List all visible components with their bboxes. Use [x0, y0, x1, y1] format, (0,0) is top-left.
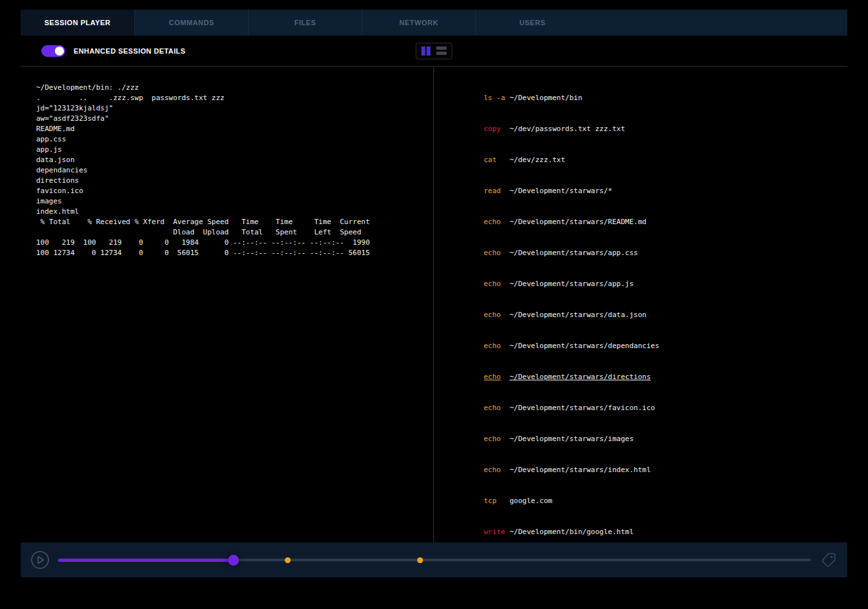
tag-icon — [823, 553, 835, 566]
command-name: echo — [484, 403, 510, 413]
command-name: copy — [484, 124, 510, 134]
tab-label: NETWORK — [399, 19, 438, 26]
command-row[interactable]: echo~/Development/starwars/app.js — [450, 269, 847, 300]
play-button[interactable] — [30, 550, 50, 570]
command-name: echo — [484, 465, 510, 475]
enhanced-details-toggle-group: ENHANCED SESSION DETAILS — [41, 45, 185, 57]
view-mode-switch — [416, 43, 453, 59]
tab-label: SESSION PLAYER — [45, 19, 111, 26]
command-row[interactable]: echo~/Development/starwars/images — [450, 424, 847, 455]
rows-view-icon — [437, 46, 447, 50]
command-row[interactable]: echo~/Development/starwars/data.json — [450, 300, 847, 331]
command-name: echo — [484, 279, 510, 289]
command-name: echo — [484, 341, 510, 351]
tab-label: COMMANDS — [169, 19, 214, 26]
tab-label: FILES — [294, 19, 316, 26]
tag-button[interactable] — [820, 552, 837, 568]
command-name: echo — [484, 248, 510, 258]
tab-users[interactable]: USERS — [475, 10, 589, 36]
command-name: read — [484, 186, 510, 196]
tab-label: USERS — [519, 19, 545, 26]
command-row[interactable]: write~/Development/bin/google.html — [450, 517, 847, 542]
command-argument: google.com — [510, 497, 552, 505]
enhanced-session-details-label: ENHANCED SESSION DETAILS — [74, 47, 185, 55]
command-row[interactable]: echo~/Development/starwars/favicon.ico — [450, 393, 847, 424]
rows-view-icon — [437, 52, 447, 55]
terminal-panel: ~/Development/bin: ./zzz . .. .zzz.swp p… — [21, 67, 434, 542]
command-argument: ~/Development/starwars/dependancies — [510, 342, 659, 350]
command-name: write — [484, 527, 510, 537]
app-shell: SESSION PLAYER COMMANDS FILES NETWORK US… — [21, 10, 847, 577]
command-row[interactable]: echo~/Development/starwars/index.html — [450, 455, 847, 486]
command-name: echo — [484, 217, 510, 227]
command-argument: ~/Development/starwars/directions — [510, 373, 651, 381]
command-argument: ~/Development/bin/google.html — [510, 528, 634, 536]
toggle-knob — [55, 46, 64, 56]
command-argument: ~/Development/bin — [510, 94, 583, 102]
rows-view-button[interactable] — [437, 46, 447, 55]
tab-session-player[interactable]: SESSION PLAYER — [21, 10, 134, 36]
main-content: ~/Development/bin: ./zzz . .. .zzz.swp p… — [21, 67, 847, 542]
command-argument: ~/Development/starwars/* — [510, 187, 612, 195]
tab-network[interactable]: NETWORK — [362, 10, 475, 36]
command-name: tcp — [484, 496, 510, 506]
tab-commands[interactable]: COMMANDS — [134, 10, 248, 36]
command-row[interactable]: cat~/dev/zzz.txt — [450, 145, 847, 176]
command-row[interactable]: tcpgoogle.com — [450, 486, 847, 517]
terminal-output: ~/Development/bin: ./zzz . .. .zzz.swp p… — [36, 83, 433, 258]
event-marker[interactable] — [417, 557, 423, 563]
event-marker[interactable] — [285, 557, 291, 563]
tab-bar: SESSION PLAYER COMMANDS FILES NETWORK US… — [21, 10, 847, 36]
command-name: ls -a — [484, 93, 510, 103]
command-argument: ~/dev/passwords.txt zzz.txt — [510, 125, 625, 133]
timeline-slider[interactable] — [58, 553, 811, 566]
command-name: echo — [484, 372, 510, 382]
command-row[interactable]: echo~/Development/starwars/directions — [450, 362, 847, 393]
tab-files[interactable]: FILES — [248, 10, 362, 36]
command-row[interactable]: echo~/Development/starwars/dependancies — [450, 331, 847, 362]
columns-view-button[interactable] — [422, 46, 431, 56]
commands-panel: ls -a~/Development/bin copy~/dev/passwor… — [434, 67, 847, 542]
command-argument: ~/Development/starwars/index.html — [510, 466, 651, 474]
command-argument: ~/Development/starwars/images — [510, 435, 634, 443]
command-row[interactable]: read~/Development/starwars/* — [450, 176, 847, 207]
columns-view-icon — [422, 46, 426, 56]
player-bar — [21, 542, 847, 577]
command-argument: ~/Development/starwars/data.json — [510, 311, 646, 319]
command-argument: ~/Development/starwars/app.js — [510, 280, 634, 288]
command-row[interactable]: echo~/Development/starwars/app.css — [450, 238, 847, 269]
play-icon — [38, 557, 43, 563]
command-name: cat — [484, 155, 510, 165]
playhead-handle[interactable] — [228, 555, 239, 566]
command-name: echo — [484, 310, 510, 320]
enhanced-session-details-toggle[interactable] — [41, 45, 65, 57]
command-row[interactable]: echo~/Development/starwars/README.md — [450, 207, 847, 238]
command-row[interactable]: ls -a~/Development/bin — [450, 83, 847, 114]
columns-view-icon — [427, 46, 431, 56]
command-row[interactable]: copy~/dev/passwords.txt zzz.txt — [450, 114, 847, 145]
toolbar: ENHANCED SESSION DETAILS — [21, 36, 847, 67]
play-icon — [32, 552, 48, 568]
command-argument: ~/Development/starwars/README.md — [510, 218, 646, 226]
command-argument: ~/Development/starwars/app.css — [510, 249, 638, 257]
command-argument: ~/Development/starwars/favicon.ico — [510, 404, 655, 412]
command-argument: ~/dev/zzz.txt — [510, 156, 565, 164]
timeline-progress-fill — [58, 559, 234, 562]
command-name: echo — [484, 434, 510, 444]
